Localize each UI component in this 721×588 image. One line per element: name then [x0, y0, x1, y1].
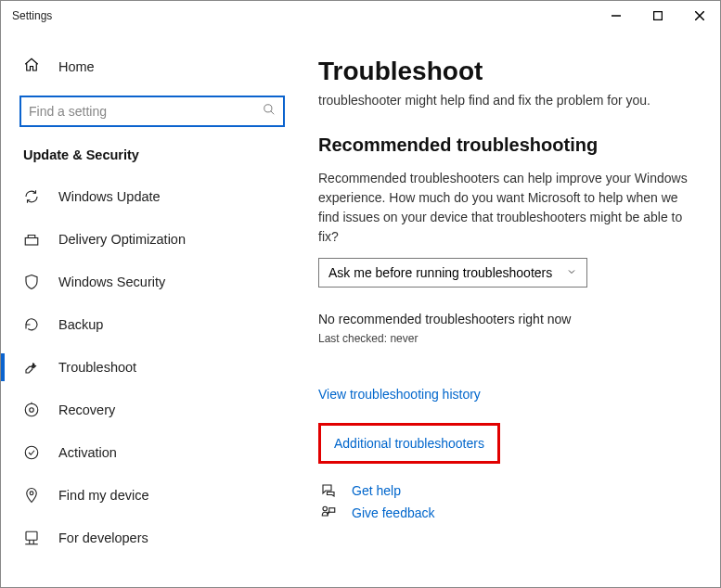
svg-rect-6 [25, 238, 38, 246]
sidebar-item-label: Delivery Optimization [58, 232, 186, 247]
window-title: Settings [12, 9, 52, 22]
home-label: Home [58, 59, 95, 74]
nav-list: Windows Update Delivery Optimization Win… [1, 175, 303, 559]
sidebar-item-label: Backup [58, 317, 103, 332]
svg-point-4 [264, 105, 272, 112]
get-help-row[interactable]: Get help [318, 482, 694, 499]
content-pane: Troubleshoot troubleshooter might help f… [303, 31, 720, 587]
window-controls [595, 1, 720, 31]
maximize-button[interactable] [637, 1, 678, 31]
sidebar-item-windows-update[interactable]: Windows Update [1, 175, 303, 218]
svg-rect-1 [653, 12, 662, 20]
sync-icon [23, 188, 40, 205]
give-feedback-row[interactable]: Give feedback [318, 505, 694, 521]
sidebar-item-label: For developers [58, 530, 148, 545]
sidebar-item-activation[interactable]: Activation [1, 431, 303, 474]
recommended-heading: Recommended troubleshooting [318, 134, 694, 156]
recommended-text: Recommended troubleshooters can help imp… [318, 169, 689, 247]
sidebar-item-windows-security[interactable]: Windows Security [1, 261, 303, 303]
history-link[interactable]: View troubleshooting history [318, 387, 481, 402]
sidebar-item-label: Recovery [58, 403, 115, 417]
search-input[interactable] [29, 104, 263, 119]
sidebar-item-label: Find my device [58, 488, 149, 503]
sidebar-item-label: Troubleshoot [58, 360, 136, 375]
sidebar-item-for-developers[interactable]: For developers [1, 517, 303, 559]
recovery-icon [23, 402, 40, 418]
additional-troubleshooters-highlight: Additional troubleshooters [318, 423, 500, 464]
wrench-icon [23, 359, 40, 376]
backup-icon [23, 316, 40, 333]
sidebar-item-label: Activation [58, 445, 117, 460]
intro-text: troubleshooter might help find and fix t… [318, 92, 694, 110]
sidebar-item-recovery[interactable]: Recovery [1, 389, 303, 431]
additional-troubleshooters-link[interactable]: Additional troubleshooters [334, 436, 484, 451]
svg-point-16 [323, 506, 328, 511]
svg-point-11 [30, 492, 33, 495]
svg-rect-17 [329, 507, 335, 512]
check-circle-icon [23, 444, 40, 461]
status-text: No recommended troubleshooters right now [318, 312, 694, 326]
section-title: Update & Security [1, 127, 303, 175]
give-feedback-link[interactable]: Give feedback [352, 505, 435, 520]
page-title: Troubleshoot [318, 57, 694, 86]
svg-rect-12 [26, 531, 37, 540]
developer-icon [23, 530, 40, 546]
sidebar-item-troubleshoot[interactable]: Troubleshoot [1, 346, 303, 389]
sidebar-item-delivery-optimization[interactable]: Delivery Optimization [1, 218, 303, 261]
sidebar-item-find-my-device[interactable]: Find my device [1, 474, 303, 517]
svg-point-8 [30, 408, 34, 413]
get-help-link[interactable]: Get help [352, 483, 401, 498]
sidebar-item-label: Windows Security [58, 275, 165, 289]
chat-icon [318, 482, 339, 499]
chevron-down-icon [566, 265, 577, 280]
settings-window: Settings Home [0, 0, 721, 588]
troubleshoot-preference-dropdown[interactable]: Ask me before running troubleshooters [318, 258, 587, 288]
feedback-icon [318, 505, 339, 521]
search-icon [263, 103, 276, 120]
svg-line-5 [271, 111, 275, 115]
last-checked-text: Last checked: never [318, 332, 694, 345]
shield-icon [23, 274, 40, 290]
minimize-button[interactable] [595, 1, 637, 31]
sidebar: Home Update & Security Windows Update [1, 31, 303, 587]
window-body: Home Update & Security Windows Update [1, 31, 720, 587]
close-button[interactable] [678, 1, 720, 31]
svg-point-10 [25, 446, 38, 459]
dropdown-value: Ask me before running troubleshooters [328, 265, 552, 280]
svg-point-7 [25, 403, 38, 416]
sidebar-item-backup[interactable]: Backup [1, 303, 303, 346]
location-icon [23, 487, 40, 504]
home-icon [23, 57, 40, 77]
search-box[interactable] [19, 96, 285, 127]
delivery-icon [23, 231, 40, 248]
sidebar-item-label: Windows Update [58, 189, 161, 204]
titlebar: Settings [1, 1, 720, 31]
home-button[interactable]: Home [1, 49, 303, 84]
